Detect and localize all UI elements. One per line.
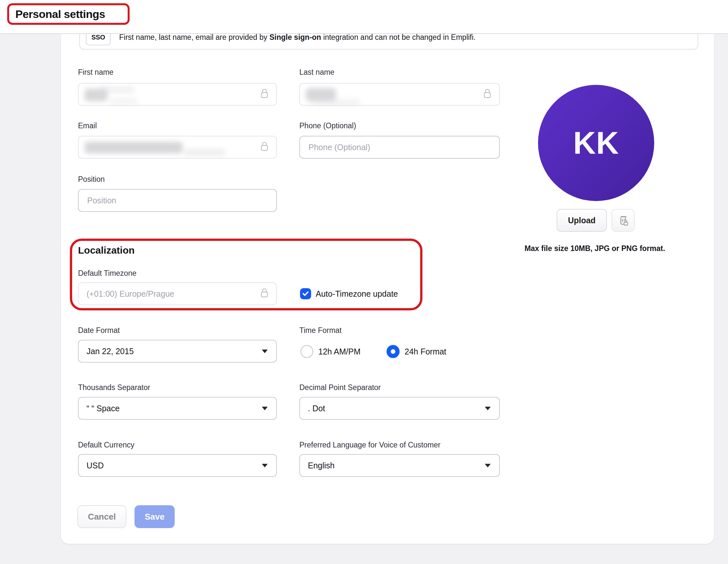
radio-unselected-icon [300, 345, 313, 358]
default-currency-select[interactable]: USD [78, 454, 277, 477]
email-label: Email [78, 121, 97, 130]
page-title: Personal settings [15, 8, 105, 21]
position-field-wrap [78, 189, 277, 212]
avatar-initials: KK [573, 125, 619, 161]
page-header: Personal settings [0, 0, 728, 34]
thousands-separator-value: “ “ Space [87, 404, 119, 413]
chevron-down-icon [262, 350, 268, 353]
timezone-label: Default Timezone [78, 269, 136, 278]
auto-timezone-label: Auto-Timezone update [316, 289, 398, 299]
trash-locked-icon [616, 213, 630, 228]
redacted-value [183, 149, 226, 156]
phone-input[interactable] [308, 142, 491, 152]
radio-option-12h[interactable]: 12h AM/PM [300, 345, 360, 358]
radio-24h-label: 24h Format [404, 347, 446, 356]
phone-label: Phone (Optional) [299, 121, 356, 130]
chevron-down-icon [262, 407, 268, 410]
date-format-select[interactable]: Jan 22, 2015 [78, 340, 277, 363]
thousands-separator-label: Thousands Separator [78, 383, 150, 392]
lock-icon [483, 88, 492, 101]
lock-icon [260, 141, 269, 154]
preferred-language-select[interactable]: English [299, 454, 500, 477]
upload-button[interactable]: Upload [557, 209, 607, 232]
auto-timezone-row: Auto-Timezone update [300, 288, 398, 299]
email-field[interactable] [78, 136, 277, 159]
radio-selected-icon [387, 345, 400, 358]
last-name-label: Last name [299, 68, 334, 77]
avatar-hint: Max file size 10MB, JPG or PNG format. [481, 244, 709, 253]
radio-12h-label: 12h AM/PM [318, 347, 360, 356]
default-currency-value: USD [87, 461, 104, 470]
timezone-field[interactable]: (+01:00) Europe/Prague [78, 282, 277, 305]
lock-icon [260, 287, 269, 300]
decimal-separator-select[interactable]: . Dot [299, 397, 500, 420]
timezone-value: (+01:00) Europe/Prague [87, 289, 174, 299]
cancel-button[interactable]: Cancel [77, 505, 126, 528]
avatar: KK [538, 85, 654, 201]
redacted-value [109, 99, 138, 104]
first-name-label: First name [78, 68, 114, 77]
date-format-label: Date Format [78, 326, 120, 335]
chevron-down-icon [262, 464, 268, 467]
localization-heading: Localization [78, 245, 135, 256]
redacted-value [311, 99, 360, 105]
decimal-separator-value: . Dot [308, 404, 325, 413]
thousands-separator-select[interactable]: “ “ Space [78, 397, 277, 420]
date-format-value: Jan 22, 2015 [87, 347, 134, 356]
radio-option-24h[interactable]: 24h Format [387, 345, 446, 358]
checkmark-icon [302, 290, 309, 297]
personal-settings-page: SSO First name, last name, email are pro… [0, 0, 728, 564]
last-name-field[interactable] [299, 83, 500, 106]
time-format-radio-group: 12h AM/PM 24h Format [300, 345, 446, 358]
default-currency-label: Default Currency [78, 441, 135, 449]
decimal-separator-label: Decimal Point Separator [299, 383, 381, 392]
phone-field-wrap [299, 136, 500, 159]
preferred-language-value: English [308, 461, 335, 470]
delete-avatar-button[interactable] [611, 209, 635, 232]
preferred-language-label: Preferred Language for Voice of Customer [299, 441, 440, 449]
chevron-down-icon [485, 464, 491, 467]
time-format-label: Time Format [299, 326, 342, 335]
lock-icon [260, 88, 269, 101]
chevron-down-icon [485, 407, 491, 410]
position-label: Position [78, 175, 105, 184]
sso-notice-text: First name, last name, email are provide… [119, 33, 476, 42]
position-input[interactable] [87, 196, 268, 206]
redacted-value [99, 86, 135, 93]
redacted-value [85, 142, 182, 153]
save-button[interactable]: Save [135, 505, 175, 528]
auto-timezone-checkbox[interactable] [300, 288, 311, 299]
settings-card: SSO First name, last name, email are pro… [61, 33, 714, 544]
first-name-field[interactable] [78, 83, 277, 106]
